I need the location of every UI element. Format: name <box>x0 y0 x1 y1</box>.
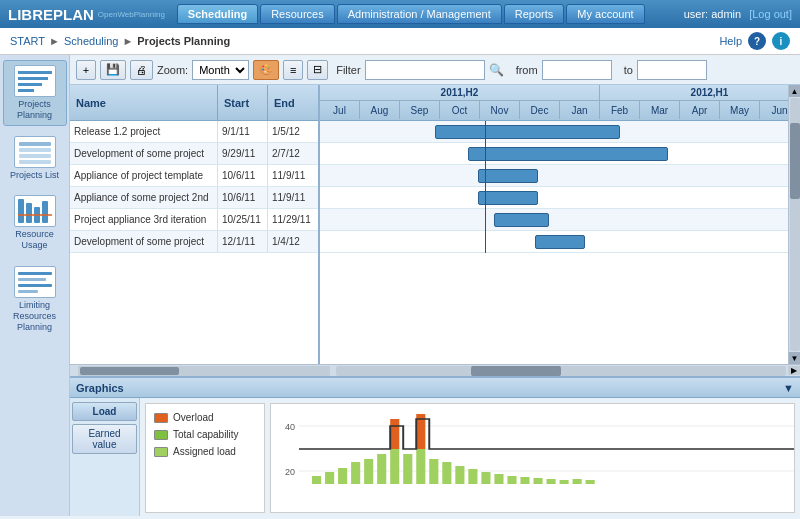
nav-tab-reports[interactable]: Reports <box>504 4 565 24</box>
add-button[interactable]: + <box>76 60 96 80</box>
sidebar-item-limiting-resources[interactable]: Limiting Resources Planning <box>3 261 67 337</box>
svg-rect-23 <box>338 468 347 484</box>
y-label-20: 20 <box>285 467 295 477</box>
chart-header: 2011,H22012,H1 JulAugSepOctNovDecJanFebM… <box>320 85 788 121</box>
color-button[interactable]: 🎨 <box>253 60 279 80</box>
view-collapse-button[interactable]: ⊟ <box>307 60 328 80</box>
breadcrumb-scheduling[interactable]: Scheduling <box>64 35 118 47</box>
sidebar-item-resource-usage[interactable]: Resource Usage <box>3 190 67 256</box>
task-start-5: 12/1/11 <box>218 231 268 252</box>
top-navigation: LIBREPLAN OpenWebPlanning Scheduling Res… <box>0 0 800 28</box>
month-Feb: Feb <box>600 101 640 119</box>
svg-rect-34 <box>481 472 490 484</box>
svg-rect-39 <box>547 479 556 484</box>
month-Apr: Apr <box>680 101 720 119</box>
filter-input[interactable] <box>365 60 485 80</box>
task-row-4[interactable]: Project appliance 3rd iteration 10/25/11… <box>70 209 318 231</box>
chart-row-4 <box>320 209 788 231</box>
scroll-down-button[interactable]: ▼ <box>789 352 801 364</box>
from-date-input[interactable] <box>542 60 612 80</box>
task-row-0[interactable]: Release 1.2 project 9/1/11 1/5/12 <box>70 121 318 143</box>
svg-rect-28 <box>403 454 412 484</box>
gantt-bar-4[interactable] <box>494 213 549 227</box>
month-Dec: Dec <box>520 101 560 119</box>
svg-rect-12 <box>42 201 48 223</box>
scroll-up-button[interactable]: ▲ <box>789 85 801 97</box>
svg-rect-43 <box>390 419 399 449</box>
toolbar: + 💾 🖨 Zoom: Month Week Day 🎨 ≡ ⊟ Filter … <box>70 55 800 85</box>
svg-rect-40 <box>560 480 569 484</box>
legend-overload: Overload <box>154 412 256 423</box>
nav-tab-myaccount[interactable]: My account <box>566 4 644 24</box>
overload-swatch <box>154 413 168 423</box>
graphics-collapse-icon[interactable]: ▼ <box>783 382 794 394</box>
svg-rect-22 <box>325 472 334 484</box>
chart-scroll-thumb[interactable] <box>471 366 561 376</box>
task-row-2[interactable]: Appliance of project template 10/6/11 11… <box>70 165 318 187</box>
assigned-load-swatch <box>154 447 168 457</box>
nav-tab-resources[interactable]: Resources <box>260 4 335 24</box>
main-layout: Projects Planning Projects List <box>0 55 800 516</box>
view-lines-button[interactable]: ≡ <box>283 60 303 80</box>
logo: LIBREPLAN OpenWebPlanning <box>8 6 165 23</box>
half-year-0: 2011,H2 <box>320 85 600 100</box>
graphics-tab-earned-value[interactable]: Earned value <box>72 424 137 454</box>
svg-rect-42 <box>586 480 595 484</box>
breadcrumb-start[interactable]: START <box>10 35 45 47</box>
resource-usage-icon <box>14 195 56 227</box>
print-button[interactable]: 🖨 <box>130 60 153 80</box>
task-end-3: 11/9/11 <box>268 187 318 208</box>
gantt-bar-0[interactable] <box>435 125 620 139</box>
task-list-header: Name Start End <box>70 85 318 121</box>
info-button[interactable]: i <box>772 32 790 50</box>
task-rows: Release 1.2 project 9/1/11 1/5/12 Develo… <box>70 121 318 253</box>
task-start-0: 9/1/11 <box>218 121 268 142</box>
svg-rect-5 <box>19 142 51 146</box>
task-start-2: 10/6/11 <box>218 165 268 186</box>
col-header-end: End <box>268 85 318 120</box>
zoom-label: Zoom: <box>157 64 188 76</box>
user-area: user: admin [Log out] <box>684 8 792 20</box>
task-end-1: 2/7/12 <box>268 143 318 164</box>
scroll-right-button[interactable]: ▶ <box>788 366 800 375</box>
graphics-tab-load[interactable]: Load <box>72 402 137 421</box>
zoom-select[interactable]: Month Week Day <box>192 60 249 80</box>
logout-link[interactable]: [Log out] <box>749 8 792 20</box>
gantt-bar-2[interactable] <box>478 169 538 183</box>
task-row-3[interactable]: Appliance of some project 2nd 10/6/11 11… <box>70 187 318 209</box>
nav-tab-scheduling[interactable]: Scheduling <box>177 4 258 24</box>
chart-rows-wrapper <box>320 121 788 253</box>
graphics-chart: 40 20 <box>270 403 795 513</box>
sidebar-item-projects-planning[interactable]: Projects Planning <box>3 60 67 126</box>
svg-rect-1 <box>18 71 38 74</box>
month-May: May <box>720 101 760 119</box>
gantt-bar-1[interactable] <box>468 147 668 161</box>
projects-list-icon <box>14 136 56 168</box>
svg-rect-38 <box>533 478 542 484</box>
breadcrumb-bar: START ► Scheduling ► Projects Planning H… <box>0 28 800 55</box>
gantt-bar-5[interactable] <box>535 235 585 249</box>
month-Jun: Jun <box>760 101 788 119</box>
task-name-0: Release 1.2 project <box>70 121 218 142</box>
save-button[interactable]: 💾 <box>100 60 126 80</box>
graphics-body: Load Earned value Overload Total capabil… <box>70 398 800 516</box>
sidebar-item-projects-list[interactable]: Projects List <box>3 131 67 186</box>
help-label: Help <box>719 35 742 47</box>
task-row-5[interactable]: Development of some project 12/1/11 1/4/… <box>70 231 318 253</box>
task-list-scroll-thumb[interactable] <box>80 367 179 375</box>
task-row-1[interactable]: Development of some project 9/29/11 2/7/… <box>70 143 318 165</box>
gantt-bar-3[interactable] <box>478 191 538 205</box>
legend-total-capability: Total capability <box>154 429 256 440</box>
to-date-input[interactable] <box>637 60 707 80</box>
scroll-thumb[interactable] <box>790 123 800 199</box>
projects-planning-icon <box>14 65 56 97</box>
svg-rect-31 <box>442 462 451 484</box>
task-start-3: 10/6/11 <box>218 187 268 208</box>
month-Jul: Jul <box>320 101 360 119</box>
svg-rect-16 <box>18 284 52 287</box>
search-icon[interactable]: 🔍 <box>489 63 504 77</box>
help-button[interactable]: ? <box>748 32 766 50</box>
nav-tab-admin[interactable]: Administration / Management <box>337 4 502 24</box>
task-name-1: Development of some project <box>70 143 218 164</box>
sidebar: Projects Planning Projects List <box>0 55 70 516</box>
